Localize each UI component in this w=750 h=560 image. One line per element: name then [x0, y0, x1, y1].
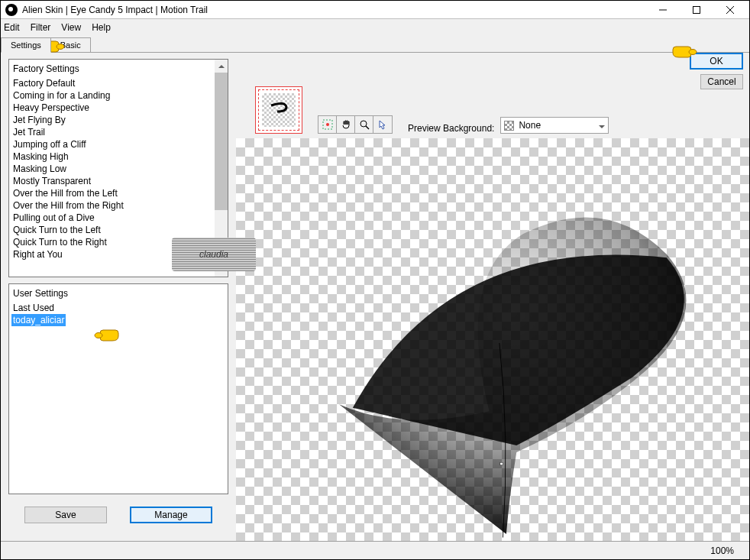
- tool-group: [318, 115, 393, 134]
- list-item[interactable]: Last Used: [11, 302, 225, 314]
- user-header: User Settings: [11, 286, 225, 302]
- hand-tool-icon[interactable]: [337, 116, 355, 133]
- list-item[interactable]: Factory Default: [11, 77, 225, 89]
- scroll-thumb[interactable]: [215, 73, 228, 210]
- preview-bg-select[interactable]: None: [500, 117, 609, 134]
- app-icon: [5, 4, 18, 16]
- settings-panel: Factory Settings Factory Default Coming …: [1, 53, 236, 541]
- minimize-button[interactable]: [647, 2, 679, 18]
- list-item[interactable]: Quick Turn to the Left: [11, 224, 225, 236]
- user-settings-list[interactable]: User Settings Last Used today_aliciar: [8, 283, 228, 494]
- list-item[interactable]: Mostly Transparent: [11, 175, 225, 187]
- zoom-tool-icon[interactable]: [355, 116, 373, 133]
- tab-bar: Settings Basic: [1, 36, 749, 53]
- preview-canvas[interactable]: [236, 138, 749, 541]
- pointer-tool-icon[interactable]: [373, 116, 392, 133]
- cancel-button[interactable]: Cancel: [700, 74, 743, 89]
- list-item[interactable]: Masking Low: [11, 163, 225, 175]
- maximize-button[interactable]: [680, 2, 713, 18]
- list-item[interactable]: Over the Hill from the Left: [11, 187, 225, 199]
- svg-rect-11: [500, 462, 503, 465]
- title-bar: Alien Skin | Eye Candy 5 Impact | Motion…: [1, 1, 749, 19]
- close-button[interactable]: [714, 2, 746, 18]
- list-item[interactable]: Masking High: [11, 151, 225, 163]
- preview-thumbnail[interactable]: [255, 86, 302, 134]
- tab-settings[interactable]: Settings: [1, 37, 51, 53]
- list-item[interactable]: Over the Hill from the Right: [11, 199, 225, 212]
- save-button[interactable]: Save: [24, 507, 107, 523]
- list-item[interactable]: Jet Trail: [11, 126, 225, 138]
- svg-point-6: [326, 123, 329, 126]
- manage-button[interactable]: Manage: [130, 507, 212, 523]
- preview-bg-label: Preview Background:: [408, 123, 494, 134]
- status-bar: 100%: [1, 541, 749, 559]
- scroll-up-icon[interactable]: [215, 60, 228, 73]
- menu-bar: Edit Filter View Help: [1, 19, 749, 36]
- list-item[interactable]: Coming in for a Landing: [11, 89, 225, 102]
- tab-basic[interactable]: Basic: [50, 37, 91, 52]
- svg-line-8: [366, 126, 369, 129]
- preview-toolbar: Preview Background: None OK Cancel: [236, 53, 749, 138]
- transparency-swatch-icon: [504, 121, 514, 131]
- factory-header: Factory Settings: [11, 62, 225, 77]
- list-item[interactable]: Jet Flying By: [11, 114, 225, 126]
- watermark: claudia: [172, 238, 256, 271]
- svg-point-7: [360, 121, 367, 127]
- chevron-down-icon: [599, 120, 605, 131]
- zoom-level: 100%: [710, 545, 734, 556]
- menu-help[interactable]: Help: [92, 22, 111, 33]
- menu-filter[interactable]: Filter: [31, 22, 51, 33]
- zone-tool-icon[interactable]: [318, 116, 337, 133]
- svg-marker-9: [380, 121, 385, 129]
- menu-view[interactable]: View: [61, 22, 81, 33]
- list-item[interactable]: Heavy Perspective: [11, 102, 225, 114]
- ok-button[interactable]: OK: [690, 53, 743, 70]
- svg-marker-4: [218, 65, 225, 68]
- svg-marker-10: [599, 125, 605, 128]
- window-title: Alien Skin | Eye Candy 5 Impact | Motion…: [22, 5, 647, 15]
- svg-rect-1: [693, 6, 700, 13]
- list-item[interactable]: Pulling out of a Dive: [11, 212, 225, 224]
- list-item[interactable]: Jumping off a Cliff: [11, 138, 225, 151]
- menu-edit[interactable]: Edit: [4, 22, 20, 33]
- preview-area: Preview Background: None OK Cancel: [236, 53, 749, 541]
- list-item-selected[interactable]: today_aliciar: [11, 314, 66, 326]
- preview-bg-value: None: [519, 120, 541, 131]
